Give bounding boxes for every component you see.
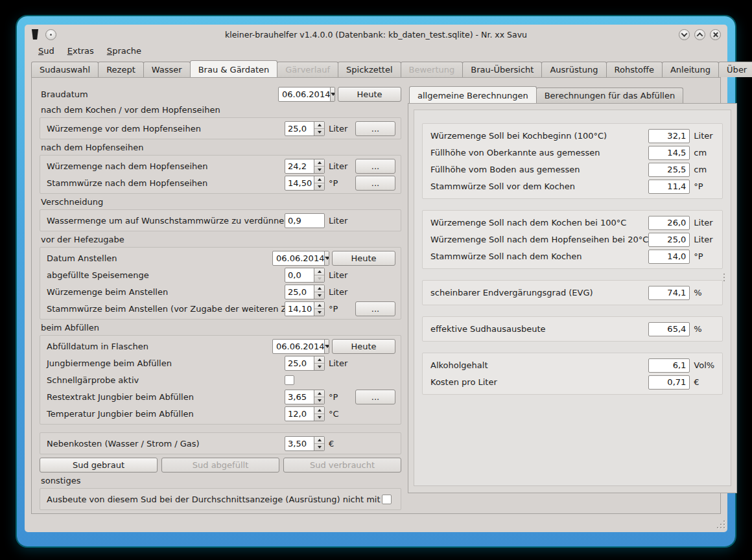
spin-up-button[interactable] <box>314 176 324 183</box>
ausbeute-checkbox[interactable] <box>382 495 392 504</box>
unit-label: °P <box>690 251 714 261</box>
titlebar[interactable]: kleiner-brauhelfer v1.4.0.0 (Datenbank: … <box>25 25 727 41</box>
tab-rohstoffe[interactable]: Rohstoffe <box>606 62 663 77</box>
braudatum-date-combo[interactable]: 06.06.2014 <box>278 87 335 102</box>
brew-form: Braudatum 06.06.2014 Heute nach dem Koch… <box>40 86 401 504</box>
wuerze-vor-hopfenseihen-spinbox[interactable]: 25,0 <box>285 121 325 136</box>
schnellgaerprobe-checkbox[interactable] <box>285 375 294 385</box>
tab-berechnungen-abfuellen[interactable]: Berechnungen für das Abfüllen <box>536 88 684 103</box>
tab-brau-uebersicht[interactable]: Brau-Übersicht <box>462 62 542 77</box>
restextrakt-spinbox[interactable]: 3,65 <box>285 390 325 404</box>
unit-label: Liter <box>690 235 714 244</box>
spin-up-button[interactable] <box>314 437 324 443</box>
calc-label: Stammwürze Soll vor dem Kochen <box>430 181 648 191</box>
calc-label: Würzemenge Soll nach dem Hopfenseihen be… <box>430 235 648 244</box>
combo-dropdown-button[interactable] <box>330 88 335 101</box>
calc-group-kochbeginn: Würzemenge Soll bei Kochbeginn (100°C) 3… <box>422 123 723 199</box>
tab-brau-gaerdaten[interactable]: Brau & Gärdaten <box>190 60 278 77</box>
schnellgaerprobe-row: Schnellgärprobe aktiv <box>45 372 395 388</box>
spin-down-button[interactable] <box>314 363 324 370</box>
stammwuerze-nach-hopfenseihen-more-button[interactable]: ... <box>355 176 395 191</box>
nebenkosten-spinbox[interactable]: 3,50 <box>285 436 325 451</box>
schnellgaerprobe-label: Schnellgärprobe aktiv <box>45 375 285 385</box>
stammwuerze-nach-hopfenseihen-spinbox[interactable]: 14,50 <box>285 176 325 191</box>
calc-tabbar: allgemeine Berechnungen Berechnungen für… <box>408 86 737 103</box>
tab-spickzettel[interactable]: Spickzettel <box>338 62 401 77</box>
unit-label: Liter <box>325 161 354 171</box>
temperatur-spinbox[interactable]: 12,0 <box>285 406 325 421</box>
calc-label: Kosten pro Liter <box>430 377 648 387</box>
speisemenge-spinbox[interactable]: 0,0 <box>285 268 325 283</box>
tab-ausruestung[interactable]: Ausrüstung <box>541 62 606 77</box>
spin-up-button[interactable] <box>314 159 324 166</box>
tab-rezept[interactable]: Rezept <box>98 62 144 77</box>
spin-up-button[interactable] <box>314 356 324 363</box>
braudatum-date-value: 06.06.2014 <box>279 88 330 101</box>
spin-value: 12,0 <box>285 407 314 421</box>
unit-label: € <box>690 377 714 387</box>
spin-up-button[interactable] <box>314 268 324 275</box>
spin-down-button[interactable] <box>314 443 324 450</box>
combo-dropdown-button[interactable] <box>324 251 329 265</box>
wuerze-vor-hopfenseihen-more-button[interactable]: ... <box>355 121 395 136</box>
resize-grip-icon[interactable] <box>716 520 725 529</box>
wuerze-anstellen-spinbox[interactable]: 25,0 <box>285 285 325 299</box>
wassermenge-verduennen-field[interactable]: 0,9 <box>285 213 325 228</box>
spin-up-button[interactable] <box>314 285 324 292</box>
splitter-handle[interactable] <box>723 274 725 281</box>
abfuelldatum-date-combo[interactable]: 06.06.2014 <box>272 339 329 354</box>
spin-down-button[interactable] <box>314 414 324 421</box>
minimize-button[interactable] <box>679 29 690 40</box>
stammwuerze-anstellen-spinbox[interactable]: 14,10 <box>285 301 325 316</box>
abfuelldatum-heute-button[interactable]: Heute <box>332 339 395 354</box>
calc-scrollarea: Würzemenge Soll bei Kochbeginn (100°C) 3… <box>414 110 731 486</box>
maximize-button[interactable] <box>694 29 705 40</box>
tab-anleitung[interactable]: Anleitung <box>662 62 719 77</box>
triangle-up-icon <box>318 358 322 361</box>
menu-sprache[interactable]: Sprache <box>101 44 147 58</box>
triangle-up-icon <box>318 178 322 181</box>
spin-down-button[interactable] <box>314 397 324 404</box>
spin-down-button[interactable] <box>314 166 324 173</box>
calc-group-sudhausausbeute: effektive Sudhausausbeute 65,4 % <box>422 316 723 342</box>
spin-down-button[interactable] <box>314 292 324 299</box>
spin-down-button[interactable] <box>314 128 324 135</box>
triangle-down-icon <box>318 169 322 171</box>
wuerze-nach-hopfenseihen-more-button[interactable]: ... <box>355 159 395 174</box>
menu-sud[interactable]: Sud <box>32 44 60 58</box>
tab-wasser[interactable]: Wasser <box>143 62 191 77</box>
triangle-down-icon <box>318 416 322 419</box>
tab-gaerverlauf: Gärverlauf <box>277 62 338 77</box>
jungbiermenge-label: Jungbiermenge beim Abfüllen <box>45 358 285 368</box>
calc-label: Stammwürze Soll nach dem Kochen <box>430 251 648 261</box>
menu-extras[interactable]: Extras <box>62 44 100 58</box>
restextrakt-more-button[interactable]: ... <box>355 390 395 404</box>
calc-group-evg: scheinbarer Endvergärungsgrad (EVG) 74,1… <box>422 280 723 305</box>
spin-up-button[interactable] <box>314 302 324 309</box>
calc-row: Stammwürze Soll nach dem Kochen 14,0 °P <box>430 248 714 264</box>
spin-down-button[interactable] <box>314 183 324 190</box>
unit-label: °P <box>325 178 354 188</box>
unit-label: Vol% <box>690 360 714 370</box>
datum-anstellen-date-combo[interactable]: 06.06.2014 <box>272 251 329 266</box>
spin-up-button[interactable] <box>314 407 324 414</box>
combo-dropdown-button[interactable] <box>324 340 329 353</box>
spin-value: 14,50 <box>285 176 314 190</box>
calc-pane: Würzemenge Soll bei Kochbeginn (100°C) 3… <box>408 103 737 493</box>
spin-value: 25,0 <box>285 356 314 370</box>
tab-sudauswahl[interactable]: Sudauswahl <box>31 62 99 77</box>
tab-allgemeine-berechnungen[interactable]: allgemeine Berechnungen <box>409 86 537 103</box>
wuerze-nach-hopfenseihen-spinbox[interactable]: 24,2 <box>285 159 325 174</box>
tab-ueber[interactable]: Über <box>718 62 752 77</box>
triangle-down-icon <box>325 345 329 348</box>
close-button[interactable] <box>710 29 721 40</box>
datum-anstellen-heute-button[interactable]: Heute <box>332 251 395 266</box>
braudatum-heute-button[interactable]: Heute <box>338 87 401 102</box>
spin-down-button[interactable] <box>314 309 324 316</box>
calc-value-field: 26,0 <box>648 216 690 230</box>
spin-up-button[interactable] <box>314 122 324 128</box>
jungbiermenge-spinbox[interactable]: 25,0 <box>285 356 325 371</box>
sud-gebraut-button[interactable]: Sud gebraut <box>40 458 158 472</box>
stammwuerze-anstellen-more-button[interactable]: ... <box>355 301 395 316</box>
spin-up-button[interactable] <box>314 390 324 397</box>
